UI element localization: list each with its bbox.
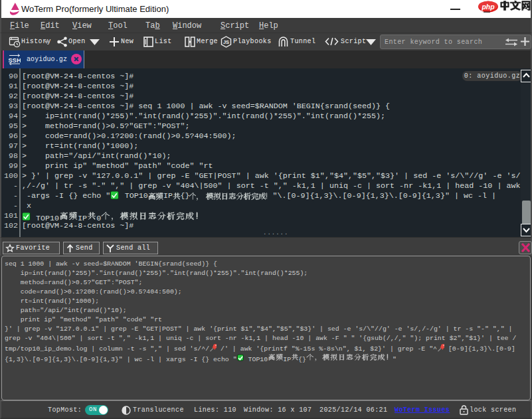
svg-text:JS: JS	[223, 39, 229, 45]
svg-text:SSH: SSH	[9, 56, 21, 64]
svg-text:php: php	[481, 3, 495, 11]
